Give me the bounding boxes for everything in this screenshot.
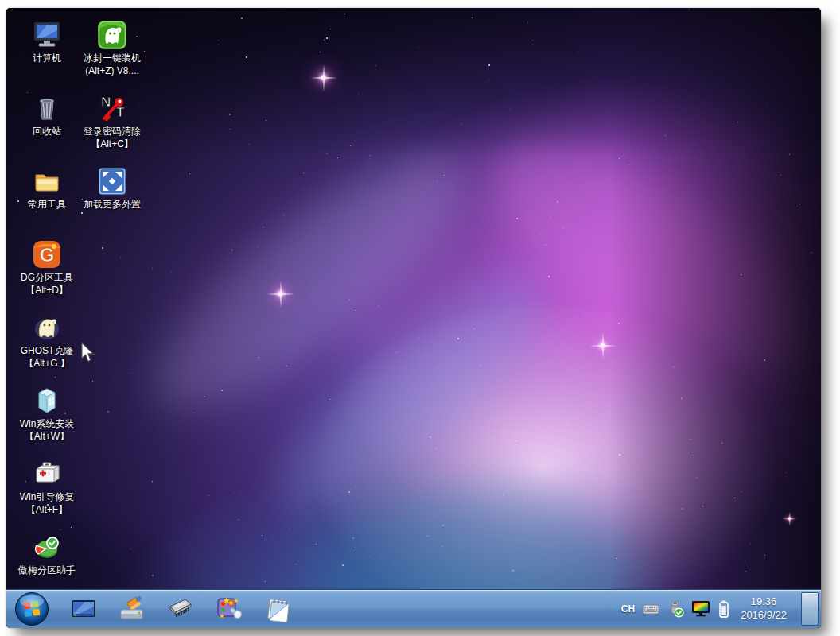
desktop-icon-load-more[interactable]: 加载更多外置 [78, 159, 146, 232]
clock[interactable]: 19:36 2016/9/22 [741, 595, 787, 622]
desktop-icon-label: GHOST克隆 【Alt+G 】 [21, 345, 74, 370]
taskbar: CH 19:36 2016/9/22 [6, 589, 821, 628]
clock-time: 19:36 [741, 595, 787, 609]
desktop-icon-label: 计算机 [33, 52, 61, 65]
computer-icon [31, 19, 63, 51]
desktop-icon-label: 回收站 [33, 126, 61, 138]
usb-device-icon[interactable] [667, 600, 684, 618]
desktop-icon-win-boot-repair[interactable]: Win引导修复 【Alt+F】 [14, 452, 80, 525]
desktop-screen: 计算机 回收站 常用工具 G DG分区工具 【Alt+D】 GHOST克隆 【A… [6, 8, 821, 628]
desktop-icon-win-install[interactable]: Win系统安装 【Alt+W】 [14, 378, 80, 452]
mouse-cursor [80, 342, 95, 366]
keyboard-icon[interactable] [642, 601, 659, 617]
show-desktop-button[interactable] [801, 592, 819, 626]
folder-icon [31, 165, 63, 197]
desktop-icons-column-1: 计算机 回收站 常用工具 G DG分区工具 【Alt+D】 GHOST克隆 【A… [14, 13, 80, 598]
desktop-icon-label: 加载更多外置 [84, 199, 141, 211]
svg-text:G: G [40, 244, 55, 266]
display-color-icon[interactable] [691, 600, 710, 618]
ghost-icon [31, 312, 63, 343]
desktop-icon-ghost-clone[interactable]: GHOST克隆 【Alt+G 】 [14, 305, 80, 378]
desktop-icon-label: 傲梅分区助手 [18, 564, 76, 577]
nt-key-icon: NT [96, 92, 128, 124]
desktop-icon-label: 冰封一键装机 (Alt+Z) V8.... [84, 52, 141, 77]
recycle-bin-icon [31, 92, 63, 124]
taskbar-item-notepad[interactable] [263, 595, 292, 623]
taskbar-item-memory-chip[interactable] [166, 595, 195, 623]
taskbar-item-disk-cleanup[interactable] [118, 595, 146, 623]
taskbar-item-screen-tool[interactable] [215, 595, 243, 623]
desktop-icon-label: 登录密码清除 【Alt+C】 [84, 126, 141, 150]
clock-date: 2016/9/22 [741, 609, 787, 622]
desktop-icon-dg-partition[interactable]: G DG分区工具 【Alt+D】 [14, 232, 80, 305]
start-button[interactable] [14, 591, 49, 626]
desktop-icon-bingfeng-installer[interactable]: 冰封一键装机 (Alt+Z) V8.... [78, 13, 146, 86]
flare-star [601, 343, 605, 347]
desktop-icon-label: Win系统安装 【Alt+W】 [20, 418, 75, 443]
flare-star [788, 518, 791, 520]
windows-box-icon [31, 385, 63, 417]
desktop-icons-column-2: 冰封一键装机 (Alt+Z) V8.... NT 登录密码清除 【Alt+C】 … [78, 13, 146, 232]
desktop-icon-aomei-partition[interactable]: 傲梅分区助手 [14, 525, 80, 598]
system-tray: CH 19:36 2016/9/22 [621, 592, 821, 626]
desktop-icon-label: 常用工具 [28, 199, 66, 211]
diskgenius-icon: G [31, 238, 63, 270]
first-aid-kit-icon [31, 458, 63, 490]
taskbar-item-desktop-preview[interactable] [69, 595, 98, 623]
desktop-icon-computer[interactable]: 计算机 [14, 13, 80, 86]
desktop-icon-common-tools[interactable]: 常用工具 [14, 159, 80, 232]
partition-pie-icon [31, 531, 63, 563]
flare-star [321, 76, 325, 80]
desktop-icon-label: DG分区工具 【Alt+D】 [21, 272, 73, 297]
language-indicator[interactable]: CH [621, 603, 635, 615]
battery-icon[interactable] [718, 599, 730, 619]
desktop-icon-password-clear[interactable]: NT 登录密码清除 【Alt+C】 [78, 86, 146, 159]
desktop-icon-label: Win引导修复 【Alt+F】 [20, 491, 75, 516]
svg-text:T: T [116, 105, 125, 120]
flare-star [278, 292, 282, 296]
svg-text:N: N [101, 95, 111, 110]
green-ghost-app-icon [96, 19, 128, 51]
expand-arrows-icon [96, 165, 128, 197]
desktop-icon-recycle-bin[interactable]: 回收站 [14, 86, 80, 159]
